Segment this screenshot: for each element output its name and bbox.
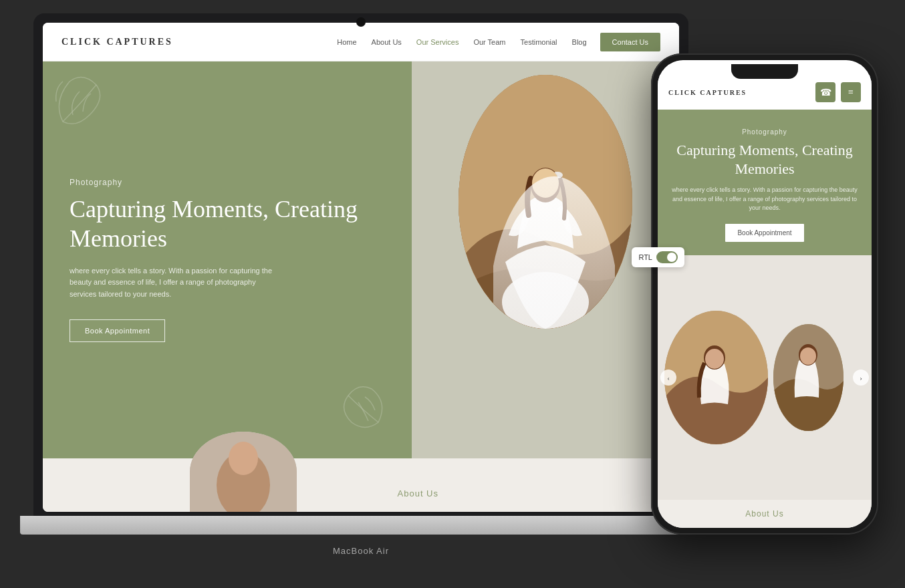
svg-point-14 bbox=[800, 347, 816, 365]
macbook-screen: CLICK CAPTURES Home About Us Our Service… bbox=[43, 23, 679, 512]
rtl-toggle-widget: RTL bbox=[632, 247, 684, 267]
contact-us-button[interactable]: Contact Us bbox=[600, 33, 660, 51]
nav-link-blog[interactable]: Blog bbox=[572, 38, 587, 46]
leaf-bottom-right-icon bbox=[338, 382, 392, 438]
hero-left-panel: Photography Capturing Moments, Creating … bbox=[43, 61, 412, 458]
rtl-toggle-thumb bbox=[667, 253, 676, 262]
phone-notch bbox=[731, 64, 798, 79]
laptop-nav-logo: CLICK CAPTURES bbox=[61, 37, 173, 47]
gallery-prev-button[interactable]: ‹ bbox=[660, 370, 676, 386]
bride-photo-oval bbox=[459, 75, 632, 329]
hero-description: where every click tells a story. With a … bbox=[70, 265, 283, 301]
phone-menu-icon-button[interactable]: ≡ bbox=[841, 82, 861, 102]
laptop-nav-links: Home About Us Our Services Our Team Test… bbox=[337, 38, 586, 46]
laptop-nav: CLICK CAPTURES Home About Us Our Service… bbox=[43, 23, 679, 61]
rtl-toggle-switch[interactable] bbox=[656, 251, 678, 263]
phone-hero-section: Photography Capturing Moments, Creating … bbox=[658, 110, 872, 255]
gallery-photo-1 bbox=[664, 311, 768, 444]
phone-gallery-section: ‹ bbox=[658, 255, 872, 500]
bride-figure bbox=[459, 75, 632, 329]
nav-link-home[interactable]: Home bbox=[337, 38, 356, 46]
rtl-toggle-label: RTL bbox=[638, 253, 652, 261]
laptop-website: CLICK CAPTURES Home About Us Our Service… bbox=[43, 23, 679, 512]
nav-link-testimonial[interactable]: Testimonial bbox=[521, 38, 557, 46]
nav-link-team[interactable]: Our Team bbox=[473, 38, 505, 46]
hero-subtitle: Photography bbox=[70, 178, 385, 187]
phone-nav-icons: ☎ ≡ bbox=[815, 82, 861, 102]
about-person-circle bbox=[190, 432, 297, 512]
phone-nav: CLICK CAPTURES ☎ ≡ bbox=[658, 75, 872, 110]
svg-point-8 bbox=[229, 442, 258, 475]
macbook-base bbox=[20, 516, 702, 535]
svg-point-2 bbox=[502, 272, 589, 329]
about-section-peek: About Us bbox=[43, 458, 679, 512]
macbook-device: CLICK CAPTURES Home About Us Our Service… bbox=[33, 13, 688, 561]
mobile-phone-device: CLICK CAPTURES ☎ ≡ Photography Capturing… bbox=[651, 53, 878, 535]
gallery-next-button[interactable]: › bbox=[853, 370, 869, 386]
phone-book-appointment-button[interactable]: Book Appointment bbox=[725, 224, 803, 242]
laptop-hero: Photography Capturing Moments, Creating … bbox=[43, 61, 679, 458]
scene: CLICK CAPTURES Home About Us Our Service… bbox=[0, 0, 905, 588]
phone-about-label: About Us bbox=[658, 500, 872, 528]
book-appointment-button[interactable]: Book Appointment bbox=[70, 319, 165, 342]
nav-link-about[interactable]: About Us bbox=[372, 38, 402, 46]
macbook-model-label: MacBook Air bbox=[333, 546, 389, 556]
phone-hero-title: Capturing Moments, Creating Memories bbox=[671, 141, 858, 178]
svg-point-11 bbox=[705, 349, 724, 369]
macbook-body: CLICK CAPTURES Home About Us Our Service… bbox=[33, 13, 688, 521]
hero-title: Capturing Moments, Creating Memories bbox=[70, 195, 385, 253]
phone-screen: CLICK CAPTURES ☎ ≡ Photography Capturing… bbox=[658, 60, 872, 528]
about-us-label: About Us bbox=[398, 488, 438, 498]
svg-point-5 bbox=[532, 168, 559, 198]
phone-hero-subtitle: Photography bbox=[671, 128, 858, 136]
macbook-camera bbox=[356, 17, 366, 27]
gallery-photo-2 bbox=[773, 324, 844, 431]
phone-nav-logo: CLICK CAPTURES bbox=[668, 89, 747, 96]
phone-call-icon-button[interactable]: ☎ bbox=[815, 82, 835, 102]
leaf-top-left-icon bbox=[49, 68, 110, 138]
phone-hero-description: where every click tells a story. With a … bbox=[671, 186, 858, 213]
nav-link-services[interactable]: Our Services bbox=[416, 38, 459, 46]
